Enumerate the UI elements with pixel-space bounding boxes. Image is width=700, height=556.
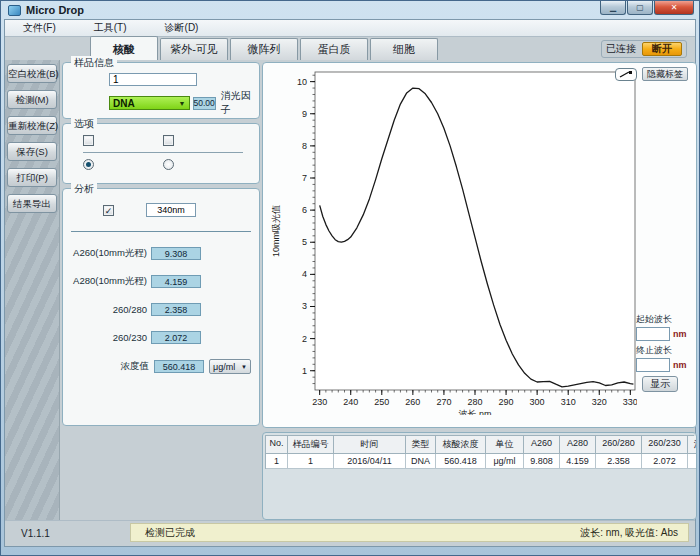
disconnect-button[interactable]: 断开 [642, 42, 682, 56]
y-tick-label: 6 [302, 205, 307, 215]
column-header: 260/230 [642, 436, 688, 454]
app-icon [8, 5, 21, 16]
table-cell[interactable]: DNA [406, 454, 436, 469]
title-bar[interactable]: Micro Drop ▁ ▢ ✕ [4, 1, 696, 19]
table-cell[interactable]: μg/ml [486, 454, 524, 469]
wavelength-range-controls: 起始波长 nm 终止波长 nm 显示 [636, 313, 694, 392]
column-header: 消光因子 [688, 436, 697, 454]
options-divider [83, 152, 243, 153]
option-radio-2[interactable] [163, 159, 174, 170]
column-header: 时间 [334, 436, 406, 454]
status-strip: 检测已完成 波长: nm, 吸光值: Abs [130, 523, 689, 542]
y-tick-label: 9 [302, 109, 307, 119]
table-cell[interactable]: 1 [288, 454, 334, 469]
recalibrate-button[interactable]: 重新校准(Z) [7, 116, 57, 135]
measure-button[interactable]: 检测(M) [7, 90, 57, 109]
tab-protein[interactable]: 蛋白质 [300, 38, 368, 60]
option-radio-1[interactable] [83, 159, 94, 170]
table-cell[interactable]: 9.808 [524, 454, 560, 469]
table-cell[interactable]: 4.159 [560, 454, 596, 469]
chevron-down-icon: ▼ [241, 364, 247, 370]
chart-right-strip: 隐藏标签 起始波长 nm 终止波长 nm [636, 65, 694, 425]
status-message: 检测已完成 [145, 526, 195, 540]
main-content: 空白校准(B) 检测(M) 重新校准(Z) 保存(S) 打印(P) 结果导出 样… [5, 60, 695, 520]
table-cell[interactable]: 2016/04/11 [334, 454, 406, 469]
app-window: Micro Drop ▁ ▢ ✕ 文件(F) 工具(T) 诊断(D) 核酸 紫外… [0, 0, 700, 556]
save-button[interactable]: 保存(S) [7, 142, 57, 161]
spectrum-chart-panel: 2302402502602702802903003103203301234567… [262, 62, 697, 428]
left-panel: 样品信息 DNA ▼ 50.00 消光因子 选项 [62, 62, 260, 430]
minimize-button[interactable]: ▁ [600, 1, 626, 15]
x-tick-label: 230 [312, 397, 327, 407]
curve-legend-button[interactable] [615, 68, 637, 81]
x-axis-label: 波长 nm [458, 409, 491, 415]
x-tick-label: 260 [405, 397, 420, 407]
ratio-260-280-field: 2.358 [151, 303, 201, 316]
end-wavelength-unit: nm [673, 360, 687, 370]
y-tick-label: 10 [297, 77, 307, 87]
blank-calibration-button[interactable]: 空白校准(B) [7, 64, 57, 83]
sample-id-input[interactable] [109, 73, 197, 86]
tab-microarray[interactable]: 微阵列 [230, 38, 298, 60]
option-checkbox-2[interactable] [163, 135, 174, 146]
ratio-260-280-label: 260/280 [113, 304, 147, 315]
plot-area [315, 72, 635, 390]
menu-bar: 文件(F) 工具(T) 诊断(D) [5, 20, 695, 37]
table-cell[interactable]: 2.072 [642, 454, 688, 469]
tab-uv-vis[interactable]: 紫外-可见 [160, 38, 228, 60]
ratio-260-230-field: 2.072 [151, 331, 201, 344]
close-button[interactable]: ✕ [654, 1, 694, 15]
start-wavelength-unit: nm [673, 329, 687, 339]
y-axis-label: 10mm吸光值 [271, 205, 281, 257]
a260-value-field: 9.308 [151, 247, 201, 260]
table-cell[interactable]: 560.418 [436, 454, 486, 469]
column-header: 样品编号 [288, 436, 334, 454]
start-wavelength-input[interactable] [636, 327, 670, 341]
end-wavelength-input[interactable] [636, 358, 670, 372]
column-header: 核酸浓度 [436, 436, 486, 454]
table-cell[interactable]: 50 [688, 454, 697, 469]
connection-box: 已连接 断开 [601, 40, 687, 58]
sample-type-value: DNA [113, 98, 135, 109]
analysis-divider [71, 231, 251, 232]
results-table: No.样品编号时间类型核酸浓度单位A260A280260/280260/230消… [265, 435, 694, 469]
option-checkbox-1[interactable] [83, 135, 94, 146]
window-controls: ▁ ▢ ✕ [599, 1, 694, 15]
export-results-button[interactable]: 结果导出 [7, 194, 57, 213]
a280-value-field: 4.159 [151, 275, 201, 288]
y-tick-label: 1 [302, 366, 307, 376]
menu-file[interactable]: 文件(F) [13, 20, 66, 36]
print-button[interactable]: 打印(P) [7, 168, 57, 187]
start-wavelength-label: 起始波长 [636, 313, 694, 326]
concentration-value-field: 560.418 [154, 360, 204, 373]
hide-labels-button[interactable]: 隐藏标签 [642, 67, 688, 81]
maximize-button[interactable]: ▢ [627, 1, 653, 15]
analysis-group: 分析 ✓ A260(10mm光程) 9.308 A280(10mm光程) 4.1… [62, 188, 260, 426]
column-header: A280 [560, 436, 596, 454]
wavelength-340-checkbox[interactable]: ✓ [103, 205, 114, 216]
sample-type-select[interactable]: DNA ▼ [109, 96, 190, 110]
x-tick-label: 330 [623, 397, 637, 407]
table-cell[interactable]: 1 [266, 454, 288, 469]
extinction-factor-field[interactable]: 50.00 [193, 97, 216, 110]
concentration-unit-select[interactable]: μg/ml ▼ [209, 359, 251, 374]
ratio-260-230-label: 260/230 [113, 332, 147, 343]
x-tick-label: 270 [436, 397, 451, 407]
menu-diagnostics[interactable]: 诊断(D) [155, 20, 209, 36]
menu-tools[interactable]: 工具(T) [84, 20, 137, 36]
app-body: 文件(F) 工具(T) 诊断(D) 核酸 紫外-可见 微阵列 蛋白质 细胞 已连… [4, 19, 696, 547]
x-tick-label: 310 [561, 397, 576, 407]
concentration-label: 浓度值 [121, 360, 150, 373]
sample-info-group: 样品信息 DNA ▼ 50.00 消光因子 [62, 62, 260, 119]
analysis-wavelength-input[interactable] [146, 203, 196, 217]
end-wavelength-label: 终止波长 [636, 344, 694, 357]
chevron-down-icon: ▼ [179, 100, 186, 107]
x-tick-label: 320 [592, 397, 607, 407]
sidebar: 空白校准(B) 检测(M) 重新校准(Z) 保存(S) 打印(P) 结果导出 [5, 60, 60, 520]
column-header: 260/280 [596, 436, 642, 454]
table-cell[interactable]: 2.358 [596, 454, 642, 469]
options-group-label: 选项 [71, 117, 97, 131]
show-button[interactable]: 显示 [642, 376, 678, 392]
tab-cell[interactable]: 细胞 [370, 38, 438, 60]
version-label: V1.1.1 [21, 528, 50, 539]
